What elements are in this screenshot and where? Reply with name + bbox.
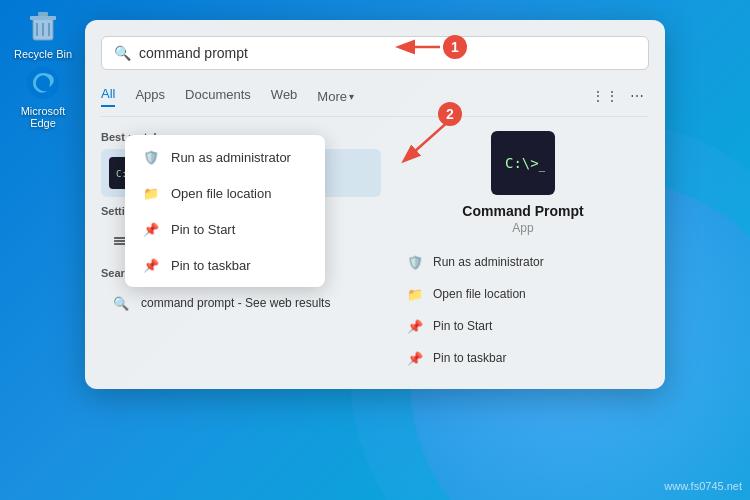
web-item-text: command prompt - See web results bbox=[141, 296, 330, 310]
run-admin-icon: 🛡️ bbox=[405, 252, 425, 272]
ctx-shield-icon: 🛡️ bbox=[141, 147, 161, 167]
right-pin-start[interactable]: 📌 Pin to Start bbox=[397, 311, 649, 341]
svg-rect-1 bbox=[30, 16, 56, 20]
right-app-type: App bbox=[512, 221, 533, 235]
filter-tabs: All Apps Documents Web More ▾ ⋮⋮ ⋯ bbox=[101, 84, 649, 117]
ctx-pin-start[interactable]: 📌 Pin to Start bbox=[125, 211, 325, 247]
tab-icon-group: ⋮⋮ ⋯ bbox=[593, 84, 649, 108]
cmd-app-icon-right: C:\>_ bbox=[491, 131, 555, 195]
tab-apps[interactable]: Apps bbox=[135, 87, 165, 106]
ctx-pin-start-icon: 📌 bbox=[141, 219, 161, 239]
right-column: C:\>_ Command Prompt App 🛡️ Run as admin… bbox=[397, 131, 649, 373]
web-item[interactable]: 🔍 command prompt - See web results bbox=[101, 285, 381, 321]
svg-point-6 bbox=[27, 67, 59, 99]
right-pin-taskbar[interactable]: 📌 Pin to taskbar bbox=[397, 343, 649, 373]
right-app-name: Command Prompt bbox=[462, 203, 583, 219]
desktop: Recycle Bin Microsoft Edge 🔍 command pro… bbox=[0, 0, 750, 500]
tab-more[interactable]: More ▾ bbox=[317, 89, 354, 104]
search-bar: 🔍 command prompt bbox=[101, 36, 649, 70]
right-actions: 🛡️ Run as administrator 📁 Open file loca… bbox=[397, 247, 649, 373]
ctx-pin-taskbar[interactable]: 📌 Pin to taskbar bbox=[125, 247, 325, 283]
svg-rect-2 bbox=[38, 12, 48, 16]
ctx-pin-taskbar-icon: 📌 bbox=[141, 255, 161, 275]
ctx-folder-icon: 📁 bbox=[141, 183, 161, 203]
cmd-terminal-icon-large: C:\>_ bbox=[501, 146, 545, 180]
web-search-icon: 🔍 bbox=[109, 291, 133, 315]
tab-all[interactable]: All bbox=[101, 86, 115, 107]
watermark: www.fs0745.net bbox=[664, 480, 742, 492]
tab-web[interactable]: Web bbox=[271, 87, 298, 106]
ctx-run-admin[interactable]: 🛡️ Run as administrator bbox=[125, 139, 325, 175]
edge-icon[interactable]: Microsoft Edge bbox=[8, 65, 78, 129]
right-run-admin[interactable]: 🛡️ Run as administrator bbox=[397, 247, 649, 277]
share-icon[interactable]: ⋮⋮ bbox=[593, 84, 617, 108]
more-options-icon[interactable]: ⋯ bbox=[625, 84, 649, 108]
recycle-bin-icon[interactable]: Recycle Bin bbox=[8, 8, 78, 60]
right-open-location[interactable]: 📁 Open file location bbox=[397, 279, 649, 309]
ctx-open-location[interactable]: 📁 Open file location bbox=[125, 175, 325, 211]
pin-taskbar-icon: 📌 bbox=[405, 348, 425, 368]
recycle-bin-svg bbox=[25, 8, 61, 44]
chevron-down-icon: ▾ bbox=[349, 91, 354, 102]
pin-start-icon: 📌 bbox=[405, 316, 425, 336]
edge-label: Microsoft Edge bbox=[8, 105, 78, 129]
search-icon: 🔍 bbox=[114, 45, 131, 61]
folder-icon: 📁 bbox=[405, 284, 425, 304]
search-input-value[interactable]: command prompt bbox=[139, 45, 636, 61]
context-menu: 🛡️ Run as administrator 📁 Open file loca… bbox=[125, 135, 325, 287]
tab-documents[interactable]: Documents bbox=[185, 87, 251, 106]
svg-text:C:\>_: C:\>_ bbox=[505, 155, 545, 172]
recycle-bin-label: Recycle Bin bbox=[14, 48, 72, 60]
edge-svg bbox=[25, 65, 61, 101]
